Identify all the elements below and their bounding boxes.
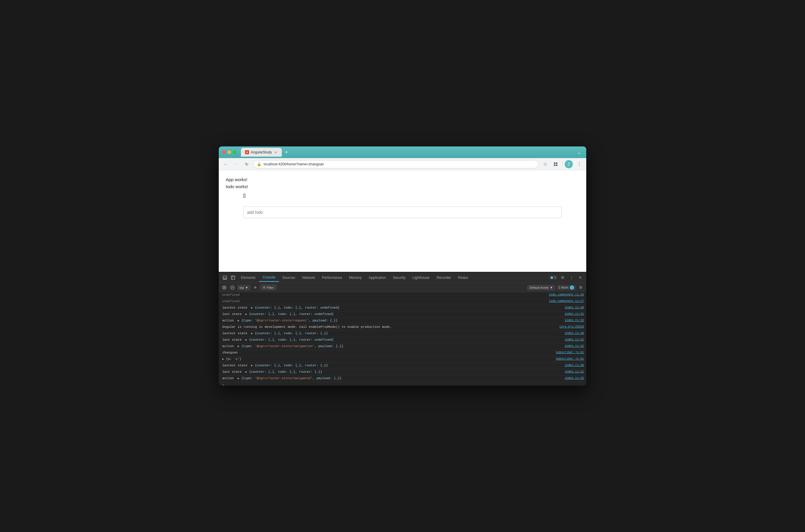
add-todo-input[interactable]	[243, 207, 562, 218]
devtools-panel: Elements Console Sources Network Perform…	[219, 272, 586, 385]
context-selector[interactable]: top ▼	[237, 285, 250, 290]
devtools-tabs: Elements Console Sources Network Perform…	[237, 273, 548, 282]
issue-label: 1 Issue:	[558, 286, 569, 289]
prompt-arrow: >	[222, 383, 224, 385]
extensions-button[interactable]	[552, 160, 560, 168]
tab-redux[interactable]: Redux	[455, 274, 472, 282]
divider	[562, 161, 562, 167]
log-row: action ▶ {type: '@ngrx/router-store/requ…	[219, 318, 586, 324]
log-row: zhangsan Subscriber.js:91	[219, 350, 586, 356]
filter-icon: ⊘	[263, 286, 265, 289]
log-source[interactable]: index.ts:30	[565, 364, 584, 367]
log-row: lastest state ▶ {counter: {…}, todo: {…}…	[219, 331, 586, 337]
filter-button[interactable]: ⊘ Filter	[260, 285, 276, 290]
browser-content: App works! todo works! []	[219, 170, 586, 272]
tab-lighthouse[interactable]: Lighthouse	[409, 274, 433, 282]
log-source[interactable]: index.ts:32	[565, 319, 584, 322]
devtools-toolbar: Elements Console Sources Network Perform…	[219, 272, 586, 283]
forward-button[interactable]: →	[232, 160, 240, 168]
new-tab-button[interactable]: +	[283, 149, 290, 156]
default-levels-label: Default levels	[530, 286, 549, 289]
maximize-window-button[interactable]	[233, 151, 236, 154]
browser-tab[interactable]: A AngularStudy ✕	[241, 148, 282, 157]
svg-rect-2	[554, 165, 555, 166]
extensions-panel-button[interactable]: ⌄	[575, 149, 583, 156]
tab-recorder[interactable]: Recorder	[433, 274, 455, 282]
log-source[interactable]: todo.component.ts:26	[549, 293, 584, 296]
tab-security[interactable]: Security	[389, 274, 409, 282]
log-row: last state ▶ {counter: {…}, todo: {…}, r…	[219, 369, 586, 376]
tab-bar: A AngularStudy ✕ +	[241, 148, 573, 157]
issues-count: 1	[554, 276, 556, 279]
profile-button[interactable]: Z	[565, 160, 573, 168]
tab-title: AngularStudy	[251, 150, 272, 154]
todo-works-text: todo works!	[226, 183, 579, 190]
log-text: undefined	[222, 293, 545, 297]
issue-count-dot: 1	[570, 286, 574, 290]
svg-rect-3	[556, 165, 557, 166]
issue-badge[interactable]: 1 Issue: 1	[557, 285, 576, 290]
log-source[interactable]: index.ts:31	[565, 370, 584, 373]
log-source[interactable]: todo.component.ts:27	[549, 300, 584, 303]
log-text: action ▶ {type: '@ngrx/router-store/navi…	[222, 344, 561, 348]
log-row: Angular is running in development mode. …	[219, 324, 586, 331]
log-row: action ▶ {type: '@ngrx/router-store/navi…	[219, 344, 586, 350]
svg-rect-1	[556, 163, 557, 164]
devtools-more-button[interactable]: ⋮	[568, 274, 575, 282]
eye-button[interactable]: 👁	[252, 284, 258, 291]
log-source[interactable]: Subscriber.js:91	[556, 357, 584, 361]
log-text: last state ▶ {counter: {…}, todo: {…}, r…	[222, 312, 561, 316]
browser-window: A AngularStudy ✕ + ⌄ ← → ↻ 🔒 ☆	[219, 147, 586, 385]
log-source[interactable]: index.ts:31	[565, 338, 584, 341]
log-row: ▶ {a: 'a'} Subscriber.js:91	[219, 356, 586, 363]
log-text: lastest state ▶ {counter: {…}, todo: {…}…	[222, 331, 561, 335]
window-controls-right: ⌄	[575, 149, 583, 156]
log-source[interactable]: core.mjs:25520	[559, 325, 584, 328]
log-row: lastest state ▶ {counter: {…}, todo: {…}…	[219, 305, 586, 311]
log-source[interactable]: index.ts:32	[565, 344, 584, 348]
minimize-window-button[interactable]	[228, 151, 231, 154]
svg-rect-5	[223, 278, 227, 280]
bookmark-button[interactable]: ☆	[541, 160, 549, 168]
tab-memory[interactable]: Memory	[346, 274, 365, 282]
log-text: last state ▶ {counter: {…}, todo: {…}, r…	[222, 338, 561, 342]
close-window-button[interactable]	[222, 151, 226, 154]
issue-count: 1	[571, 286, 573, 289]
dock-toggle-button[interactable]	[221, 274, 229, 282]
svg-rect-6	[231, 276, 235, 280]
log-source[interactable]: index.ts:30	[565, 306, 584, 309]
log-source[interactable]: Subscriber.js:91	[556, 351, 584, 354]
default-levels-selector[interactable]: Default levels ▼	[527, 285, 555, 290]
log-row: last state ▶ {counter: {…}, todo: {…}, r…	[219, 337, 586, 344]
log-source[interactable]: index.ts:32	[565, 377, 584, 380]
tab-sources[interactable]: Sources	[279, 274, 299, 282]
log-text: action ▶ {type: '@ngrx/router-store/requ…	[222, 319, 561, 322]
log-text: zhangsan	[222, 351, 552, 354]
address-bar[interactable]: 🔒	[253, 160, 539, 168]
console-settings-button[interactable]: ⚙	[577, 284, 584, 291]
console-log-area[interactable]: undefined todo.component.ts:26 undefined…	[219, 292, 586, 385]
log-row: lastest state ▶ {counter: {…}, todo: {…}…	[219, 363, 586, 369]
tab-performance[interactable]: Performance	[319, 274, 346, 282]
tab-console[interactable]: Console	[259, 273, 279, 282]
log-text: action ▶ {type: '@ngrx/router-store/navi…	[222, 377, 561, 380]
tab-application[interactable]: Application	[365, 274, 389, 282]
devtools-settings-button[interactable]: ⚙	[559, 274, 567, 282]
reload-button[interactable]: ↻	[243, 160, 251, 168]
devtools-close-button[interactable]: ✕	[576, 274, 584, 282]
url-input[interactable]	[264, 162, 535, 166]
inspect-element-button[interactable]	[229, 274, 237, 282]
tab-network[interactable]: Network	[299, 274, 319, 282]
back-button[interactable]: ←	[222, 160, 230, 168]
tab-elements[interactable]: Elements	[237, 274, 259, 282]
log-text: lastest state ▶ {counter: {…}, todo: {…}…	[222, 306, 561, 309]
clear-console-button[interactable]	[221, 284, 228, 291]
log-text: ▶ {a: 'a'}	[222, 357, 552, 361]
log-text: lastest state ▶ {counter: {…}, todo: {…}…	[222, 364, 561, 367]
console-stop-button[interactable]	[229, 284, 236, 291]
tab-close-button[interactable]: ✕	[273, 150, 278, 154]
log-source[interactable]: index.ts:30	[565, 331, 584, 335]
menu-button[interactable]: ⋮	[575, 160, 583, 168]
log-source[interactable]: index.ts:31	[565, 312, 584, 316]
traffic-lights	[222, 151, 236, 154]
